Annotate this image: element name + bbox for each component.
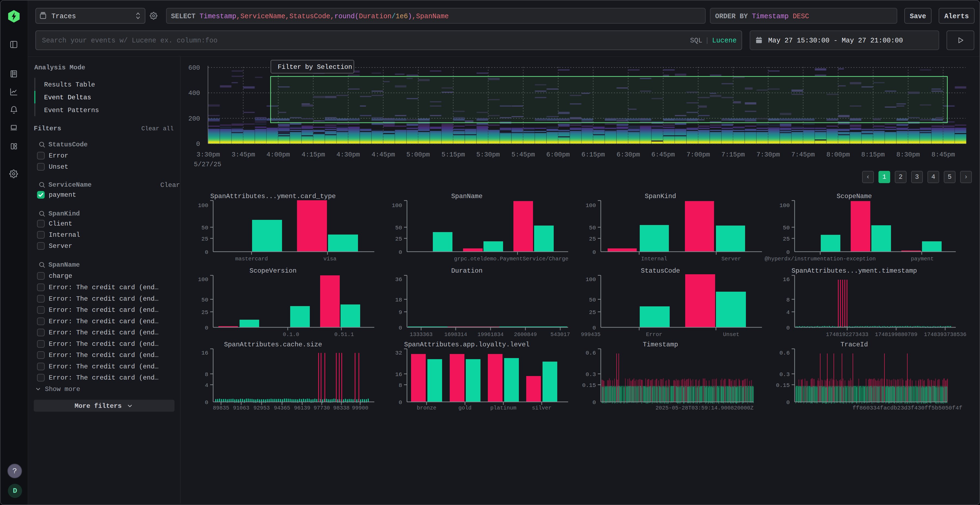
svg-text:16: 16 [202,350,208,356]
svg-text:1748393738536: 1748393738536 [924,332,966,338]
svg-text:0: 0 [205,399,208,406]
svg-text:98338: 98338 [333,405,350,411]
svg-text:25: 25 [783,236,790,242]
svg-text:grpc.oteldemo.PaymentService/C: grpc.oteldemo.PaymentService/Charge [454,256,568,262]
svg-text:600: 600 [188,64,200,71]
svg-text:50: 50 [202,297,208,303]
svg-text:8:45pm: 8:45pm [932,151,955,158]
svg-text:2025-05-28T03:59:14.900820000Z: 2025-05-28T03:59:14.900820000Z [655,405,754,411]
svg-text:97730: 97730 [313,405,330,411]
svg-text:7:00pm: 7:00pm [687,151,710,158]
svg-text:4:30pm: 4:30pm [336,151,360,158]
svg-text:Server: Server [721,256,741,262]
svg-text:18: 18 [395,297,402,303]
svg-text:8: 8 [205,372,208,378]
svg-text:0.6: 0.6 [585,350,596,356]
svg-text:7:45pm: 7:45pm [791,151,815,158]
svg-text:TraceId: TraceId [841,341,868,348]
svg-text:0.15: 0.15 [776,382,790,389]
svg-text:89835: 89835 [213,405,229,411]
svg-text:SpanAttributes.app.loyalty.lev: SpanAttributes.app.loyalty.level [404,341,530,348]
svg-text:SpanKind: SpanKind [644,193,676,200]
svg-text:36: 36 [395,276,402,283]
svg-text:0: 0 [205,249,208,256]
svg-text:0: 0 [399,325,402,331]
svg-text:Unset: Unset [723,332,739,338]
svg-text:0.1.0: 0.1.0 [283,332,299,338]
svg-text:25: 25 [395,236,402,242]
svg-text:100: 100 [198,202,208,209]
svg-text:8:15pm: 8:15pm [861,151,885,158]
svg-text:Timestamp: Timestamp [643,341,678,348]
svg-text:50: 50 [395,225,402,231]
svg-text:6:15pm: 6:15pm [581,151,605,158]
svg-text:visa: visa [323,256,336,262]
svg-text:400: 400 [188,89,200,97]
svg-text:96139: 96139 [294,405,310,411]
svg-text:50: 50 [589,225,596,231]
svg-text:94365: 94365 [274,405,290,411]
svg-text:4: 4 [786,310,790,316]
svg-text:100: 100 [780,202,790,209]
svg-text:543017: 543017 [550,332,570,338]
svg-text:6:45pm: 6:45pm [651,151,675,158]
svg-text:ff860334facdb23d3f430ff5b5050f: ff860334facdb23d3f430ff5b5050f4f [853,405,962,411]
svg-text:8: 8 [786,297,790,303]
svg-text:19961834: 19961834 [477,332,504,338]
svg-text:SpanAttributes...yment.timesta: SpanAttributes...yment.timestamp [792,267,917,275]
svg-text:25: 25 [202,236,208,242]
svg-text:92953: 92953 [253,405,270,411]
svg-text:0.6: 0.6 [780,350,790,356]
svg-text:0: 0 [399,399,402,406]
svg-text:4: 4 [205,382,208,389]
svg-text:bronze: bronze [417,405,436,411]
svg-text:Duration: Duration [451,267,482,275]
svg-text:1748192273433: 1748192273433 [826,332,869,338]
svg-text:payment: payment [911,256,934,262]
svg-text:0: 0 [592,325,596,331]
svg-text:platinum: platinum [490,405,516,411]
svg-text:4:00pm: 4:00pm [267,151,290,158]
svg-text:200: 200 [188,115,200,122]
svg-text:Internal: Internal [641,256,667,262]
svg-text:mastercard: mastercard [235,256,268,262]
svg-text:Error: Error [646,332,662,338]
svg-text:6:00pm: 6:00pm [546,151,570,158]
svg-text:0.51.1: 0.51.1 [334,332,354,338]
svg-text:0: 0 [196,140,200,148]
svg-text:8:00pm: 8:00pm [826,151,850,158]
svg-text:0.3: 0.3 [585,372,596,378]
svg-text:0: 0 [786,399,790,406]
svg-text:ScopeVersion: ScopeVersion [250,267,297,275]
svg-text:silver: silver [532,405,552,411]
svg-text:25: 25 [589,236,596,242]
svg-text:SpanName: SpanName [451,193,482,200]
svg-text:4:15pm: 4:15pm [302,151,325,158]
svg-text:91063: 91063 [233,405,249,411]
svg-text:16: 16 [395,372,402,378]
svg-text:3:45pm: 3:45pm [232,151,255,158]
svg-text:SpanAttributes...yment.card_ty: SpanAttributes...yment.card_type [210,193,336,200]
svg-text:7:30pm: 7:30pm [757,151,780,158]
svg-text:100: 100 [585,276,596,283]
svg-text:5:30pm: 5:30pm [476,151,500,158]
svg-text:0.3: 0.3 [780,372,790,378]
svg-text:StatusCode: StatusCode [641,267,680,275]
svg-text:1698314: 1698314 [444,332,467,338]
svg-text:4:45pm: 4:45pm [372,151,395,158]
svg-text:0: 0 [205,325,208,331]
svg-text:16: 16 [783,276,790,283]
svg-text:25: 25 [202,310,208,316]
svg-text:@hyperdx/instrumentation-excep: @hyperdx/instrumentation-exception [765,256,876,262]
svg-text:99900: 99900 [352,405,368,411]
svg-text:1748199880789: 1748199880789 [875,332,917,338]
svg-text:5/27/25: 5/27/25 [194,161,221,168]
svg-text:5:15pm: 5:15pm [442,151,465,158]
svg-text:8: 8 [399,382,402,389]
svg-text:50: 50 [202,225,208,231]
svg-text:100: 100 [198,276,208,283]
svg-text:gold: gold [458,405,471,411]
svg-text:100: 100 [392,202,402,209]
svg-text:0: 0 [399,249,402,256]
svg-text:5:00pm: 5:00pm [406,151,430,158]
